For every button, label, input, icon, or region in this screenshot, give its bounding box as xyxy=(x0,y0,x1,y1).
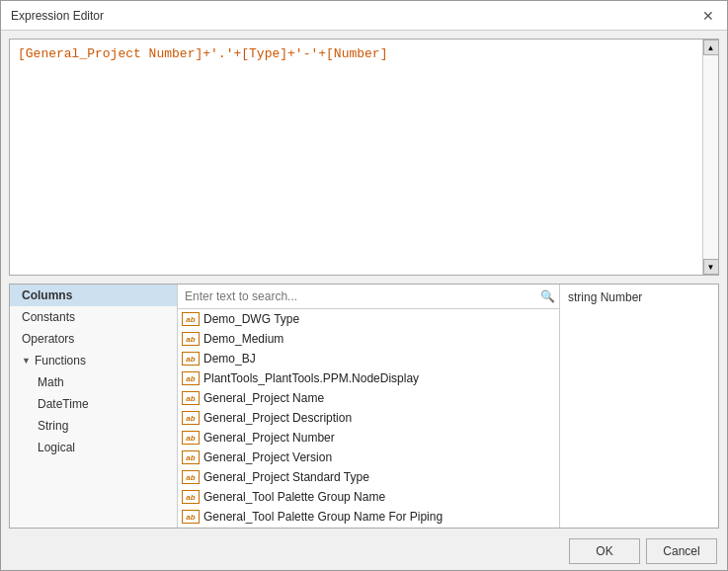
list-item-label: General_Tool Palette Group Name xyxy=(203,490,385,504)
cancel-button[interactable]: Cancel xyxy=(646,538,717,564)
list-area: abDemo_DWG TypeabDemo_MediumabDemo_BJabP… xyxy=(178,309,559,528)
scroll-track xyxy=(703,55,718,259)
functions-chevron: ▼ xyxy=(22,356,31,366)
ab-icon: ab xyxy=(182,431,200,445)
middle-panel: 🔍 abDemo_DWG TypeabDemo_MediumabDemo_BJa… xyxy=(178,285,560,528)
sidebar-item-math[interactable]: Math xyxy=(10,371,177,393)
list-item[interactable]: abGeneral_Project Description xyxy=(178,408,559,428)
operators-label: Operators xyxy=(22,332,74,346)
sidebar-item-logical[interactable]: Logical xyxy=(10,437,177,458)
ab-icon: ab xyxy=(182,332,200,346)
ab-icon: ab xyxy=(182,470,200,484)
list-item-label: General_Tool Palette Group Name For Pipi… xyxy=(203,510,443,524)
sidebar-item-functions[interactable]: ▼ Functions xyxy=(10,350,177,371)
list-item-label: General_Project Name xyxy=(203,391,324,405)
sidebar-item-constants[interactable]: Constants xyxy=(10,306,177,328)
list-item-label: General_Project Number xyxy=(203,431,335,445)
columns-label: Columns xyxy=(22,288,72,302)
ok-button[interactable]: OK xyxy=(569,538,640,564)
scroll-up-arrow[interactable]: ▲ xyxy=(703,40,719,55)
list-item[interactable]: abGeneral_Project Version xyxy=(178,448,559,467)
sidebar-item-operators[interactable]: Operators xyxy=(10,328,177,350)
type-info: string Number xyxy=(568,290,642,304)
expression-scrollbar: ▲ ▼ xyxy=(702,40,718,275)
search-icon: 🔍 xyxy=(540,289,555,303)
title-bar: Expression Editor ✕ xyxy=(1,1,727,31)
string-label: String xyxy=(38,419,68,433)
list-item[interactable]: abGeneral_Tool Palette Group Name For Pi… xyxy=(178,507,559,527)
expression-editor-dialog: Expression Editor ✕ [General_Project Num… xyxy=(0,0,728,571)
list-item-label: General_Project Standard Type xyxy=(203,470,369,484)
dialog-title: Expression Editor xyxy=(11,9,104,23)
ab-icon: ab xyxy=(182,352,200,366)
expression-text: [General_Project Number]+'.'+[Type]+'-'+… xyxy=(10,40,718,69)
ab-icon: ab xyxy=(182,490,200,504)
list-item-label: PlantTools_PlantTools.PPM.NodeDisplay xyxy=(203,371,419,385)
list-item[interactable]: abDemo_BJ xyxy=(178,349,559,368)
ab-icon: ab xyxy=(182,371,200,385)
expression-editor-area[interactable]: [General_Project Number]+'.'+[Type]+'-'+… xyxy=(9,39,719,276)
scroll-down-arrow[interactable]: ▼ xyxy=(703,259,719,275)
list-item[interactable]: abDemo_Medium xyxy=(178,329,559,349)
ab-icon: ab xyxy=(182,391,200,405)
sidebar-item-columns[interactable]: Columns xyxy=(10,285,177,306)
sidebar-item-datetime[interactable]: DateTime xyxy=(10,393,177,415)
list-item[interactable]: abGeneral_Tool Palette Group Name xyxy=(178,487,559,507)
list-item[interactable]: abDemo_DWG Type xyxy=(178,309,559,329)
list-item[interactable]: abGeneral_Project Standard Type xyxy=(178,467,559,487)
constants-label: Constants xyxy=(22,310,75,324)
ab-icon: ab xyxy=(182,450,200,464)
search-input[interactable] xyxy=(182,286,540,306)
list-item-label: General_Project Version xyxy=(203,450,332,464)
list-scroll[interactable]: abDemo_DWG TypeabDemo_MediumabDemo_BJabP… xyxy=(178,309,559,528)
list-item-label: Demo_Medium xyxy=(203,332,283,346)
list-item[interactable]: abGeneral_Project Name xyxy=(178,388,559,408)
list-item[interactable]: abPlantTools_PlantTools.PPM.NodeDisplay xyxy=(178,368,559,388)
ab-icon: ab xyxy=(182,510,200,524)
sidebar-item-string[interactable]: String xyxy=(10,415,177,437)
footer: OK Cancel xyxy=(1,532,727,570)
left-panel: Columns Constants Operators ▼ Functions … xyxy=(10,285,178,528)
logical-label: Logical xyxy=(38,441,75,454)
datetime-label: DateTime xyxy=(38,397,89,411)
bottom-panel: Columns Constants Operators ▼ Functions … xyxy=(9,284,719,529)
list-item-label: General_Project Description xyxy=(203,411,352,425)
search-bar: 🔍 xyxy=(178,285,559,309)
list-item-label: Demo_BJ xyxy=(203,352,256,366)
list-item[interactable]: abGeneral_Project Number xyxy=(178,428,559,448)
math-label: Math xyxy=(38,375,64,389)
close-button[interactable]: ✕ xyxy=(699,7,717,25)
list-item-label: Demo_DWG Type xyxy=(203,312,299,326)
functions-label: Functions xyxy=(35,354,86,367)
right-panel: string Number xyxy=(560,285,718,528)
ab-icon: ab xyxy=(182,411,200,425)
ab-icon: ab xyxy=(182,312,200,326)
